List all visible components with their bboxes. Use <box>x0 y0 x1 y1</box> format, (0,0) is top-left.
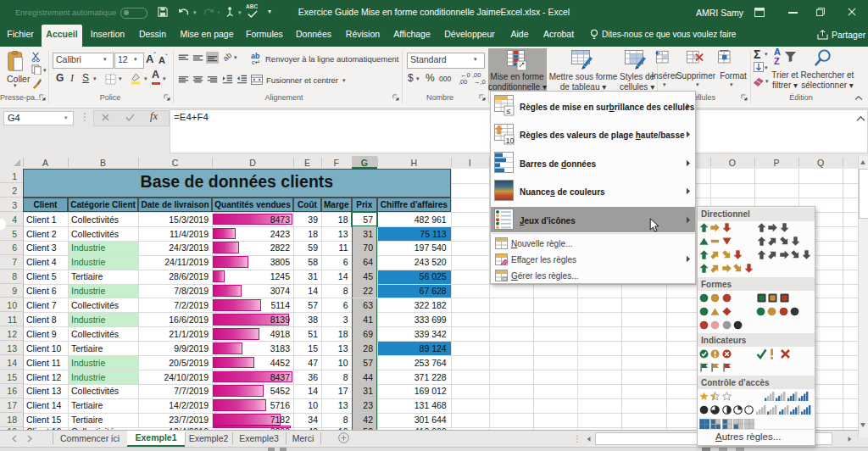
svg-text:≤: ≤ <box>507 107 511 115</box>
svg-text:10: 10 <box>506 136 515 145</box>
